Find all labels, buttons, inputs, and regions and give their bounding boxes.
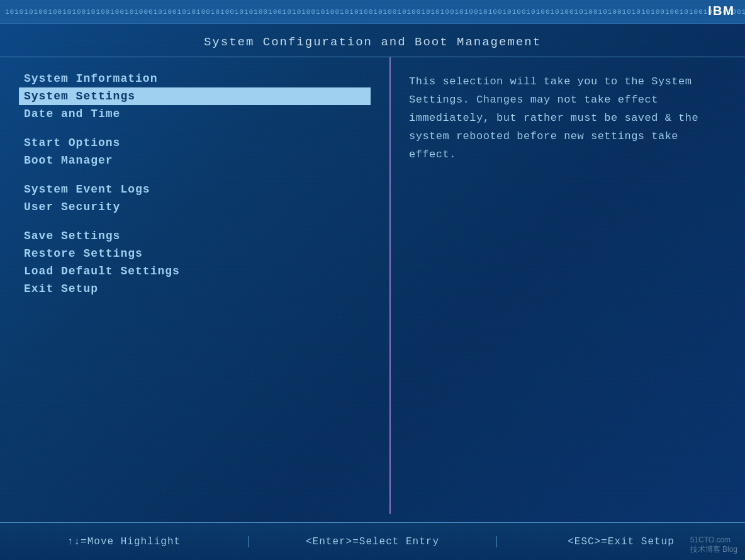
footer-bar: ↑↓=Move Highlight <Enter>=Select Entry <… xyxy=(0,522,745,560)
description-column: This selection will take you to the Syst… xyxy=(390,57,745,514)
menu-item-load-default[interactable]: Load Default Settings xyxy=(19,262,371,280)
menu-item-system-information[interactable]: System Information xyxy=(19,70,371,87)
menu-item-user-security[interactable]: User Security xyxy=(19,198,371,216)
menu-item-start-options[interactable]: Start Options xyxy=(19,134,371,152)
menu-item-restore-settings[interactable]: Restore Settings xyxy=(19,245,371,262)
footer-select-entry: <Enter>=Select Entry xyxy=(249,536,497,547)
menu-item-date-time[interactable]: Date and Time xyxy=(19,105,371,123)
menu-item-system-settings[interactable]: System Settings xyxy=(19,87,371,105)
title-bar: System Configuration and Boot Management xyxy=(0,24,745,57)
ibm-logo: IBM xyxy=(708,4,735,18)
main-content: System Information System Settings Date … xyxy=(0,57,745,514)
menu-item-system-event-logs[interactable]: System Event Logs xyxy=(19,181,371,198)
menu-item-boot-manager[interactable]: Boot Manager xyxy=(19,152,371,169)
description-text: This selection will take you to the Syst… xyxy=(409,73,726,164)
vertical-divider xyxy=(390,57,391,514)
footer-move-highlight: ↑↓=Move Highlight xyxy=(0,536,249,547)
binary-bar: 1010101001001010010100100101000101001010… xyxy=(0,0,745,24)
binary-text: 1010101001001010010100100101000101001010… xyxy=(5,8,745,16)
watermark: 51CTO.com技术博客 Blog xyxy=(690,535,737,555)
menu-item-save-settings[interactable]: Save Settings xyxy=(19,227,371,245)
menu-column: System Information System Settings Date … xyxy=(0,57,390,514)
menu-item-exit-setup[interactable]: Exit Setup xyxy=(19,280,371,298)
page-title: System Configuration and Boot Management xyxy=(204,35,541,49)
bios-screen: 1010101001001010010100100101000101001010… xyxy=(0,0,745,560)
